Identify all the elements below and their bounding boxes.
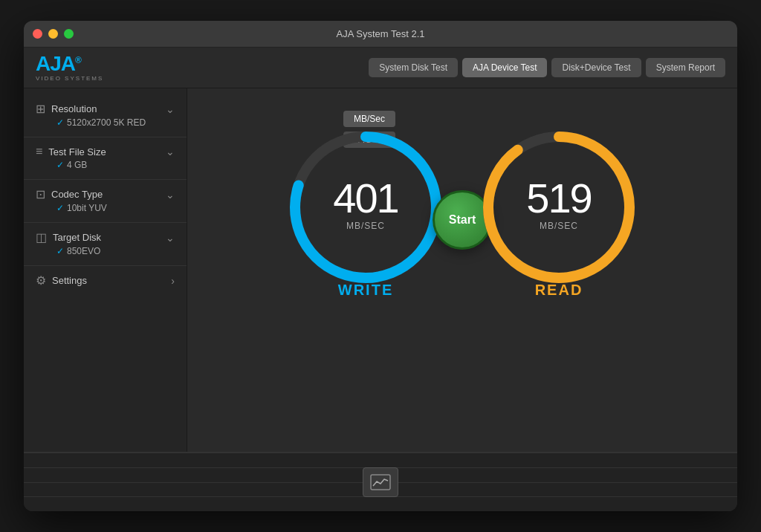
write-gauge-circle: 401 MB/SEC <box>284 126 447 289</box>
resolution-header[interactable]: ⊞ Resolution ⌄ <box>36 102 175 116</box>
read-value: 519 <box>526 178 591 219</box>
sidebar-section-resolution: ⊞ Resolution ⌄ ✓ 5120x2700 5K RED <box>24 97 187 134</box>
codec-check: ✓ <box>56 203 64 213</box>
codec-value: 10bit YUV <box>67 203 107 213</box>
disk-label: Target Disk <box>53 232 101 243</box>
close-button[interactable] <box>33 29 42 39</box>
window-title: AJA System Test 2.1 <box>337 28 425 39</box>
write-gauge-center: 401 MB/SEC <box>333 178 398 231</box>
divider-2 <box>24 179 187 180</box>
logo-text: AJA® <box>36 53 103 74</box>
sidebar-section-codec: ⊡ Codec Type ⌄ ✓ 10bit YUV <box>24 183 187 219</box>
divider-4 <box>24 265 187 266</box>
nav-bar: AJA® VIDEO SYSTEMS System Disk Test AJA … <box>24 48 737 88</box>
tab-disk-device-test[interactable]: Disk+Device Test <box>551 58 641 77</box>
graph-icon <box>370 474 391 490</box>
center-area: MB/Sec F/Sec 401 MB/SEC <box>187 88 737 452</box>
logo-subtitle: VIDEO SYSTEMS <box>36 75 103 82</box>
bottom-area <box>24 452 737 511</box>
codec-chevron: ⌄ <box>166 189 175 201</box>
settings-label: Settings <box>52 275 87 286</box>
svg-rect-4 <box>371 475 390 490</box>
file-size-check: ✓ <box>56 160 64 170</box>
gauges-container: 401 MB/SEC WRITE Start <box>284 126 641 299</box>
settings-header[interactable]: ⚙ Settings › <box>36 273 175 288</box>
app-window: AJA System Test 2.1 AJA® VIDEO SYSTEMS S… <box>24 21 737 511</box>
codec-label: Codec Type <box>51 189 103 200</box>
read-unit: MB/SEC <box>526 221 591 231</box>
read-gauge-center: 519 MB/SEC <box>526 178 591 231</box>
write-value: 401 <box>333 178 398 219</box>
file-size-header[interactable]: ≡ Test File Size ⌄ <box>36 145 175 158</box>
settings-chevron: › <box>171 275 175 287</box>
settings-icon: ⚙ <box>36 273 46 288</box>
file-size-label: Test File Size <box>48 146 106 158</box>
disk-icon: ◫ <box>36 230 47 244</box>
tab-system-report[interactable]: System Report <box>646 58 725 77</box>
disk-check: ✓ <box>56 246 64 256</box>
minimize-button[interactable] <box>48 29 58 39</box>
tab-system-disk-test[interactable]: System Disk Test <box>369 58 458 77</box>
disk-header[interactable]: ◫ Target Disk ⌄ <box>36 230 175 244</box>
sidebar: ⊞ Resolution ⌄ ✓ 5120x2700 5K RED ≡ Test… <box>24 88 187 452</box>
file-size-value: 4 GB <box>67 160 87 170</box>
maximize-button[interactable] <box>64 29 74 39</box>
title-bar: AJA System Test 2.1 <box>24 21 737 48</box>
write-unit: MB/SEC <box>333 221 398 231</box>
sidebar-section-file-size: ≡ Test File Size ⌄ ✓ 4 GB <box>24 140 187 176</box>
sidebar-section-settings: ⚙ Settings › <box>24 269 187 289</box>
codec-header[interactable]: ⊡ Codec Type ⌄ <box>36 187 175 201</box>
disk-value: 850EVO <box>67 246 100 256</box>
graph-toggle-button[interactable] <box>363 467 398 497</box>
unit-mb-sec[interactable]: MB/Sec <box>343 111 395 127</box>
resolution-label: Resolution <box>51 103 97 114</box>
read-gauge-circle: 519 MB/SEC <box>477 126 641 289</box>
resolution-chevron: ⌄ <box>166 103 175 115</box>
read-gauge: 519 MB/SEC READ <box>477 126 641 299</box>
sidebar-section-disk: ◫ Target Disk ⌄ ✓ 850EVO <box>24 226 187 262</box>
codec-icon: ⊡ <box>36 187 45 201</box>
tab-aja-device-test[interactable]: AJA Device Test <box>462 58 547 77</box>
resolution-icon: ⊞ <box>36 102 45 116</box>
window-controls <box>33 29 74 39</box>
logo: AJA® VIDEO SYSTEMS <box>36 53 103 82</box>
resolution-check: ✓ <box>56 117 64 128</box>
file-size-icon: ≡ <box>36 145 42 158</box>
write-gauge: 401 MB/SEC WRITE <box>284 126 447 299</box>
divider-3 <box>24 222 187 223</box>
disk-chevron: ⌄ <box>166 232 175 244</box>
main-content: ⊞ Resolution ⌄ ✓ 5120x2700 5K RED ≡ Test… <box>24 88 737 452</box>
divider-1 <box>24 137 187 137</box>
resolution-value: 5120x2700 5K RED <box>67 117 146 128</box>
file-size-chevron: ⌄ <box>166 146 175 158</box>
